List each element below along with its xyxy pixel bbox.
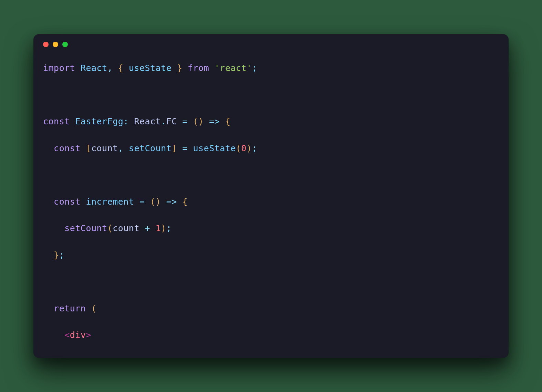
punct-semi: ;	[252, 63, 258, 73]
tag-bracket-open: <	[75, 357, 81, 358]
punct-dot: .	[161, 116, 166, 126]
paren-close: )	[161, 223, 166, 233]
attr-href: href	[91, 357, 113, 358]
func-usestate: useState	[193, 143, 236, 153]
operator-arrow: =>	[166, 197, 177, 207]
func-setcount: setCount	[64, 223, 107, 233]
operator-arrow: =>	[209, 116, 220, 126]
code-line: const increment = () => {	[43, 195, 499, 209]
code-line: <a href="https://gudweb.marcusbillman.co…	[43, 355, 499, 358]
paren-close: )	[156, 197, 161, 207]
keyword-import: import	[43, 63, 75, 73]
code-line-empty	[43, 168, 499, 182]
code-line: setCount(count + 1);	[43, 222, 499, 235]
paren-open: (	[150, 197, 156, 207]
identifier-setcount: setCount	[129, 143, 171, 153]
code-editor[interactable]: import React, { useState } from 'react';…	[33, 55, 509, 358]
keyword-const: const	[54, 197, 81, 207]
bracket-close: }	[54, 250, 59, 260]
code-line: import React, { useState } from 'react';	[43, 62, 499, 75]
bracket-open: {	[118, 63, 124, 73]
punct-eq: =	[113, 357, 118, 358]
keyword-const: const	[54, 143, 81, 153]
bracket-open: {	[182, 197, 188, 207]
number-one: 1	[156, 223, 161, 233]
operator-eq: =	[182, 143, 188, 153]
keyword-const: const	[43, 116, 70, 126]
identifier-count: count	[91, 143, 118, 153]
identifier-react: React	[81, 63, 107, 73]
jsx-text: Cool	[305, 357, 327, 358]
identifier-easteregg: EasterEgg	[75, 116, 123, 126]
paren-close: )	[247, 143, 252, 153]
maximize-button[interactable]	[62, 42, 68, 47]
code-line-empty	[43, 89, 499, 102]
keyword-return: return	[54, 303, 86, 313]
bracket-open: [	[86, 143, 91, 153]
type-react: React	[134, 116, 161, 126]
paren-open: (	[193, 116, 199, 126]
paren-open: (	[236, 143, 241, 153]
punct-semi: ;	[59, 250, 65, 260]
code-line-empty	[43, 275, 499, 289]
operator-eq: =	[182, 116, 188, 126]
paren-close: )	[198, 116, 204, 126]
minimize-button[interactable]	[53, 42, 58, 47]
bracket-open: {	[225, 116, 231, 126]
close-button[interactable]	[43, 42, 49, 47]
code-line: };	[43, 249, 499, 262]
tag-bracket-close: >	[300, 357, 306, 358]
identifier-usestate: useState	[129, 63, 171, 73]
identifier-increment: increment	[86, 197, 134, 207]
editor-window: import React, { useState } from 'react';…	[33, 34, 509, 358]
identifier-count: count	[113, 223, 139, 233]
punct-comma: ,	[107, 63, 113, 73]
window-titlebar	[33, 34, 509, 55]
operator-plus: +	[145, 223, 150, 233]
operator-eq: =	[139, 197, 145, 207]
code-line: const EasterEgg: React.FC = () => {	[43, 115, 499, 128]
tag-a: a	[81, 357, 86, 358]
punct-semi: ;	[252, 143, 258, 153]
type-fc: FC	[166, 116, 177, 126]
paren-open: (	[91, 303, 97, 313]
code-line: <div>	[43, 329, 499, 342]
string-react: 'react'	[215, 63, 252, 73]
attr-url: "https://gudweb.marcusbillman.com"	[118, 357, 300, 358]
punct-colon: :	[123, 116, 129, 126]
tag-bracket-close: >	[86, 330, 91, 340]
bracket-close: }	[177, 63, 183, 73]
punct-semi: ;	[166, 223, 172, 233]
code-line: const [count, setCount] = useState(0);	[43, 142, 499, 155]
paren-open: (	[107, 223, 113, 233]
punct-comma: ,	[118, 143, 124, 153]
number-zero: 0	[241, 143, 247, 153]
tag-bracket-open: <	[64, 330, 70, 340]
tag-div: div	[70, 330, 86, 340]
bracket-close: ]	[171, 143, 177, 153]
keyword-from: from	[188, 63, 209, 73]
code-line: return (	[43, 302, 499, 316]
